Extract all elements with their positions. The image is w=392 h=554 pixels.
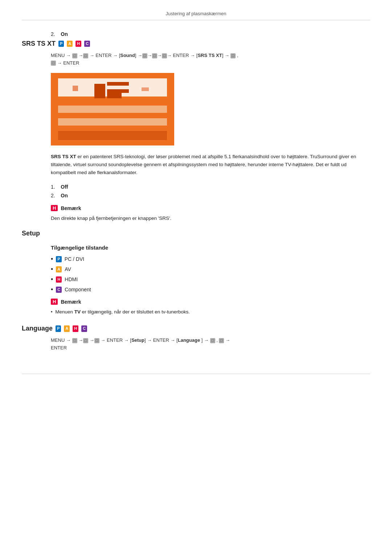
- svg-rect-8: [58, 131, 167, 140]
- svg-rect-9: [73, 86, 78, 91]
- srs-item1-label: Off: [61, 184, 68, 190]
- bullet-dot-pc: •: [51, 256, 53, 262]
- bullet-dot-av: •: [51, 266, 53, 272]
- svg-rect-4: [107, 89, 129, 93]
- setup-item-av-label: AV: [65, 266, 71, 272]
- setup-item-pc-label: PC / DVI: [65, 256, 84, 262]
- setup-item-pc: • P PC / DVI: [51, 256, 370, 262]
- language-instruction: MENU → ☐ →☐ →☐ → ENTER → [Setup] → ENTER…: [51, 337, 370, 352]
- setup-item-hdmi-label: HDMI: [65, 276, 78, 282]
- srs-svg-image: [51, 73, 174, 145]
- lang-badge-a: A: [64, 325, 70, 332]
- bottom-border: [22, 374, 370, 374]
- srs-description: SRS TS XT er en patenteret SRS-teknologi…: [51, 153, 370, 177]
- setup-item-av: • A AV: [51, 266, 370, 272]
- setup-note-h-badge: H: [51, 299, 58, 305]
- setup-note-bullet: • Menuen TV er tilgængelig, når der er t…: [51, 309, 370, 315]
- srs-item2: 2. On: [51, 193, 370, 198]
- srs-item2-num: 2.: [51, 193, 55, 198]
- note-h-badge: H: [51, 205, 58, 211]
- badge-c: C: [84, 41, 90, 47]
- language-section: Language P A H C MENU → ☐ →☐ →☐ → ENTER …: [22, 325, 370, 352]
- setup-item-hdmi: • H HDMI: [51, 276, 370, 283]
- badge-component: C: [56, 287, 62, 293]
- srs-description-text: SRS TS XT er en patenteret SRS-teknologi…: [51, 154, 356, 176]
- step2-label: On: [61, 31, 68, 37]
- setup-item-component: • C Component: [51, 286, 370, 293]
- srs-item1-num: 1.: [51, 184, 55, 190]
- setup-item-component-label: Component: [65, 287, 91, 292]
- svg-rect-7: [58, 118, 167, 126]
- language-title-text: Language: [22, 325, 53, 332]
- svg-rect-5: [107, 93, 122, 98]
- srs-title-text: SRS TS XT: [22, 40, 56, 48]
- step2-num: 2.: [51, 31, 55, 37]
- language-title: Language P A H C: [22, 325, 370, 332]
- page-header: Justering af plasmaskærmen: [22, 11, 370, 20]
- setup-title: Setup: [22, 230, 370, 237]
- srs-note-label: Bemærk: [61, 205, 81, 211]
- badge-hdmi: H: [56, 276, 62, 283]
- badge-p: P: [58, 41, 64, 47]
- svg-rect-6: [58, 106, 167, 113]
- svg-rect-2: [94, 84, 105, 98]
- step2-before: 2. On: [51, 31, 370, 37]
- badge-pc: P: [56, 256, 61, 262]
- header-title: Justering af plasmaskærmen: [166, 11, 226, 16]
- svg-rect-3: [107, 82, 129, 86]
- setup-items-list: • P PC / DVI • A AV • H HDMI • C Compone…: [51, 256, 370, 293]
- srs-instruction: MENU → ☐ →☐ → ENTER → [Sound] →☐→☐→☐→ EN…: [51, 52, 370, 67]
- setup-note-label: Bemærk: [61, 299, 81, 305]
- setup-section: Setup Tilgængelige tilstande • P PC / DV…: [22, 230, 370, 315]
- svg-rect-10: [142, 87, 149, 91]
- srs-note-box: H Bemærk: [51, 205, 370, 211]
- srs-image: [51, 73, 174, 145]
- tv-bold: TV: [74, 309, 81, 315]
- bullet-dot-component: •: [51, 286, 53, 293]
- lang-badge-c: C: [81, 325, 87, 332]
- lang-badge-h: H: [73, 325, 78, 332]
- setup-subtitle: Tilgængelige tilstande: [51, 245, 370, 251]
- badge-av: A: [56, 266, 62, 272]
- srs-item2-label: On: [61, 193, 68, 198]
- setup-note-box: H Bemærk: [51, 299, 370, 305]
- lang-badge-p: P: [56, 325, 61, 332]
- page-container: Justering af plasmaskærmen 2. On SRS TS …: [0, 0, 392, 403]
- srs-note-text: Den direkte knap på fjernbetjeningen er …: [51, 216, 370, 221]
- badge-h: H: [75, 41, 81, 47]
- srs-section-title: SRS TS XT P A H C: [22, 40, 370, 48]
- bullet-dot-hdmi: •: [51, 276, 53, 283]
- badge-a: A: [67, 41, 73, 47]
- srs-item1: 1. Off: [51, 184, 370, 190]
